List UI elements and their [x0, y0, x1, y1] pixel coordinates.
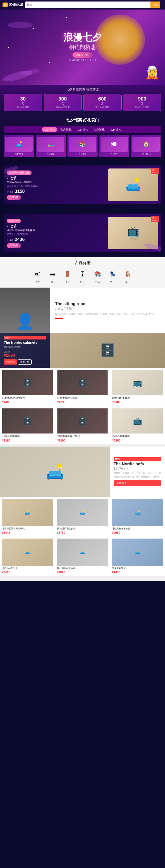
feature-btn-1[interactable]: 立即抢购 [7, 195, 21, 200]
coupon-row: 30 元 满300元可用 300 元 满1000元可用 600 元 满2000元… [4, 94, 161, 111]
feature-price-label-2: 七夕价 [7, 239, 13, 242]
nordic-sofa-content: NEW The Nordic sofa 北欧风格沙发 高品质北欧风格沙发，舒适柔… [110, 446, 165, 497]
prod-cat-shelf[interactable]: 📚 书架 [93, 269, 103, 284]
sofa-product-6-price: 1435 [112, 571, 163, 574]
gift-card-5[interactable]: 🏠 七夕惊礼 [131, 135, 161, 157]
nordic-sofa-btn[interactable]: 立即购买 [113, 480, 161, 486]
sofa-product-4[interactable]: 🛋️ 北欧小户型沙发 2415 [0, 536, 55, 577]
sofa-new-label: NEW [113, 457, 161, 461]
feature-banner-1: 钜惠不停 邀返浪漫 ● 七节 坐垫双面可坐 坐感舒适 四人位 向上一级 头枕加高… [4, 165, 161, 204]
tv-product-5[interactable]: 🗄️ 实木电视柜现代简约 1190 [55, 406, 110, 444]
coupon-item-1[interactable]: 30 元 满300元可用 [4, 94, 42, 111]
nordic-cabinet-left: NEW The Nordic cabinets 北欧风格储物柜 ¥2000 ¥1… [0, 333, 50, 368]
nc-btn-detail[interactable]: 查看详情 [18, 359, 32, 365]
tv-product-4-price: 1190 [2, 439, 53, 442]
gift-card-img-4: 🍽️ [101, 137, 128, 152]
chair-icon: 💺 [107, 269, 118, 279]
sofa-product-2-price: 2710 [57, 531, 108, 534]
prod-cat-chair[interactable]: 💺 椅子 [107, 269, 118, 284]
logo-icon: W [2, 2, 8, 7]
tv-product-2-img: 🗄️ [58, 370, 108, 395]
sofa-label: 沙发 [35, 280, 40, 284]
nc-price-old: ¥2000 [4, 351, 46, 353]
sofa-product-4-name: 北欧小户型沙发 [2, 567, 53, 570]
cat-item-3[interactable]: 七夕惊礼 [75, 127, 90, 132]
coupon-title: 七夕专属优惠 等你带走 [4, 87, 161, 92]
feature-discount-2: ¥240 [152, 219, 157, 222]
gift-card-label-5: 七夕惊礼 [132, 152, 160, 156]
sofa-product-5[interactable]: 🛋️ 现代简约布艺沙发 2010 [55, 536, 110, 577]
prod-cat-table[interactable]: 🪑 桌子 [123, 269, 133, 284]
coupon-item-4[interactable]: 900 元 满3000元可用 [123, 94, 162, 111]
sofa-product-3-price: 2080 [112, 531, 163, 534]
sofa-product-6-img: 🛋️ [112, 538, 163, 566]
feature-banner-2: 钜惠不停 ● 七节 2019时尚简约茶几电视柜 简约设计 高品质材料 七夕价 2… [4, 214, 161, 252]
tv-product-1-name: 北欧电视柜简约现代 [2, 396, 53, 399]
tv-product-2-wrapper: 🗄️ 北欧电视柜实木腿 1390 [55, 368, 110, 406]
gift-card-4[interactable]: 🍽️ 七夕惊礼 [99, 135, 129, 157]
sofa-product-3[interactable]: 🛋️ 北欧风格布艺沙发 2080 [110, 497, 165, 536]
bed-icon: 🛏 [47, 269, 58, 279]
coupon-amount-1: 30 [6, 96, 39, 102]
prod-cat-door[interactable]: 🚪 门 [62, 269, 72, 284]
tv-product-4[interactable]: 🗄️ 北欧风格电视柜 1190 [0, 406, 55, 444]
gift-card-3[interactable]: 📚 七夕惊礼 [67, 135, 98, 157]
coupon-amount-3: 600 [86, 96, 119, 102]
cat-item-4[interactable]: 七夕惊礼 [92, 127, 106, 132]
tv-product-2[interactable]: 🗄️ 北欧电视柜实木腿 1390 [55, 368, 110, 406]
prod-cat-bed[interactable]: 🛏 床 [47, 269, 58, 284]
nordic-cabinet-btns: 立即购买 查看详情 [4, 359, 46, 365]
sitting-room-line [55, 318, 63, 319]
nordic-sofa-img: 🛋️ [0, 446, 110, 497]
tv-product-6[interactable]: 📺 简约白色电视柜 1190 [110, 406, 165, 444]
gift-card-label-2: 七夕惊礼 [37, 152, 64, 156]
sofa-product-1-name: 北欧布艺沙发简约现代 [2, 527, 53, 530]
sitting-room-img: 👤 [0, 287, 50, 333]
hero-main-title: 浪漫七夕 [63, 33, 102, 42]
cat-item-1[interactable]: 七夕惊礼 [42, 127, 57, 132]
sofa-product-6-name: 轻奢北欧沙发 [112, 567, 163, 570]
sofa-product-2[interactable]: 🛋️ 简约现代北欧沙发 2710 [55, 497, 110, 536]
prod-cat-cabinet[interactable]: 🗄 柜子 [77, 269, 88, 284]
sofa-product-5-img: 🛋️ [57, 538, 108, 566]
sofa-product-6[interactable]: 🛋️ 轻奢北欧沙发 1435 [110, 536, 165, 577]
nc-price-new: ¥1690 [4, 353, 46, 358]
sofa-product-1[interactable]: 🛋️ 北欧布艺沙发简约现代 2448 [0, 497, 55, 536]
cabinet-icon: 🗄 [77, 269, 88, 279]
prod-cat-sofa[interactable]: 🛋 沙发 [32, 269, 42, 284]
sitting-room-en-title: The sitting room [55, 302, 160, 306]
tv-product-4-img: 🗄️ [2, 408, 53, 434]
tv-product-6-name: 简约白色电视柜 [112, 434, 163, 438]
search-button[interactable]: 搜索 [151, 1, 160, 8]
tv-product-6-price: 1190 [112, 439, 163, 442]
coupon-amount-2: 300 [46, 96, 79, 102]
coupon-item-3[interactable]: 600 元 满2000元可用 [83, 94, 122, 111]
tv-product-3-name: 现代简约电视柜 [112, 396, 163, 399]
gift-card-img-5: 🏠 [132, 137, 160, 152]
tv-product-1[interactable]: 🗄️ 北欧电视柜简约现代 1408 [0, 368, 55, 406]
sofa-product-4-price: 2415 [2, 571, 53, 574]
gift-card-2[interactable]: 🛏️ 七夕惊礼 [36, 135, 66, 157]
feature-desc-1: 四人位 向上一级 头枕加高4CM [7, 185, 106, 188]
gift-card-img-1: 🛋️ [5, 137, 33, 152]
header-logo: W 装修商城 [2, 2, 23, 7]
coupon-desc-3: 满2000元可用 [86, 106, 119, 109]
cabinet-label: 柜子 [80, 280, 85, 284]
sofa-product-2-img: 🛋️ [57, 499, 108, 526]
gift-card-label-1: 七夕惊礼 [5, 152, 33, 156]
hero-cloud-top [7, 22, 33, 28]
nordic-sofa-en-title: The Nordic sofa [113, 462, 161, 466]
sitting-room-banner: 👤 The sitting room 北欧客厅搭配 简约大气的北欧风格，温馨舒适… [0, 287, 165, 333]
search-input[interactable] [25, 3, 151, 6]
feature-btn-2[interactable]: 立即抢购 [7, 243, 21, 248]
header: W 装修商城 搜索 [0, 0, 165, 9]
coupon-item-2[interactable]: 300 元 满1000元可用 [44, 94, 82, 111]
tv-product-3[interactable]: 📺 现代简约电视柜 1400 [110, 368, 165, 406]
new-label: NEW [4, 336, 46, 339]
cat-item-5[interactable]: 七夕惊礼 [108, 127, 123, 132]
nc-btn-buy[interactable]: 立即购买 [4, 359, 17, 365]
cat-item-2[interactable]: 七夕惊礼 [59, 127, 73, 132]
feature-section-1: 钜惠不停 邀返浪漫 ● 七节 坐垫双面可坐 坐感舒适 四人位 向上一级 头枕加高… [0, 163, 165, 209]
qixi-logo-1: ● 七节 [7, 176, 106, 181]
gift-card-1[interactable]: 🛋️ 七夕惊礼 [4, 135, 34, 157]
